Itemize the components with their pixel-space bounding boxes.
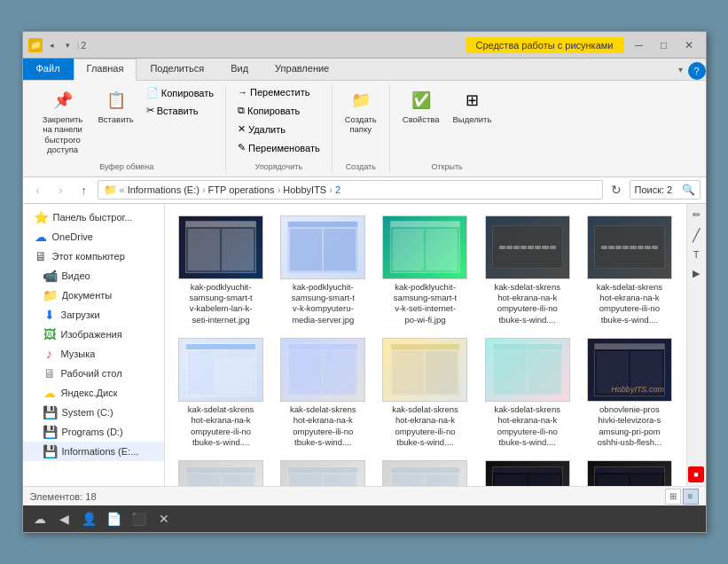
sidebar-item-images[interactable]: 🖼 Изображения — [23, 325, 164, 344]
refresh-button[interactable]: ↻ — [607, 180, 626, 200]
sidebar-item-docs[interactable]: 📁 Документы — [23, 286, 164, 305]
file-item[interactable]: kak-sdelat-skrenshot-ekrana-na-kompyuter… — [172, 333, 270, 452]
close-button[interactable]: ✕ — [677, 36, 701, 54]
onedrive-icon: ☁ — [34, 230, 48, 244]
record-button[interactable]: ■ — [688, 466, 704, 482]
up-button[interactable]: ↑ — [74, 180, 94, 200]
sidebar-item-programsd[interactable]: 💾 Programs (D:) — [23, 422, 164, 442]
file-item[interactable]: obnovlenie-pros — [478, 456, 576, 486]
ribbon-content: 📌 Закрепить на панелибыстрого доступа 📋 … — [23, 81, 706, 176]
copy-button[interactable]: 📄 Копировать — [142, 84, 218, 101]
search-value: Поиск: 2 — [635, 184, 682, 195]
cloud-button[interactable]: ☁ — [30, 509, 50, 529]
file-item[interactable]: kak-podklyuchit-samsung-smart-tv-k-kompy… — [274, 211, 372, 330]
qa-back-btn[interactable]: ◂ — [45, 38, 59, 52]
move-button[interactable]: → Переместить — [233, 84, 325, 100]
copy2-button[interactable]: ⧉ Копировать — [233, 102, 325, 119]
file-area[interactable]: kak-podklyuchit-samsung-smart-tv-kabelem… — [165, 204, 686, 486]
forward-button[interactable]: › — [51, 180, 71, 200]
file-item[interactable]: HobbyITS.com obnovlenie-proshivki-televi… — [580, 333, 678, 452]
file-thumbnail — [178, 460, 263, 486]
sidebar-item-thispc[interactable]: 🖥 Этот компьютер — [23, 247, 164, 266]
sidebar-item-informationse[interactable]: 💾 Informations (E:... — [23, 442, 164, 461]
sidebar-item-downloads[interactable]: ⬇ Загрузки — [23, 305, 164, 325]
expand-ribbon-btn[interactable]: ▾ — [677, 63, 685, 76]
file-label: kak-sdelat-skrenshot-ekrana-na-kompyuter… — [597, 282, 662, 325]
file-item[interactable]: kak-sdelat-skrenshot-ekrana-na-kompyuter… — [478, 211, 576, 330]
search-button[interactable]: 🔍 — [682, 184, 695, 196]
path-informations[interactable]: Informations (E:) — [128, 184, 200, 195]
play-button[interactable]: ▶ — [688, 266, 704, 282]
doc-button[interactable]: 📄 — [105, 509, 124, 529]
file-item[interactable]: obnovlenie-pros — [580, 456, 678, 486]
back-button[interactable]: ‹ — [28, 180, 48, 200]
pin-button[interactable]: 📌 Закрепить на панелибыстрого доступа — [35, 84, 90, 159]
desktop-icon: 🖥 — [43, 366, 57, 380]
properties-button[interactable]: ✅ Свойства — [397, 84, 445, 128]
minimize-button[interactable]: ─ — [628, 36, 651, 54]
yadisk-icon: ☁ — [43, 386, 57, 400]
explorer-window: 📁 ◂ ▾ | 2 Средства работы с рисунками ─ … — [22, 31, 707, 533]
close-bottom-button[interactable]: ✕ — [154, 509, 174, 529]
sidebar-label-quickaccess: Панель быстрог... — [53, 212, 133, 223]
sidebar-item-video[interactable]: 📹 Видео — [23, 266, 164, 286]
sidebar-item-desktop[interactable]: 🖥 Рабочий стол — [23, 364, 164, 383]
status-bar: Элементов: 18 ⊞ ≡ — [23, 486, 706, 505]
sidebar-item-systemc[interactable]: 💾 System (C:) — [23, 403, 164, 422]
file-item[interactable]: kak-sdelat-skrenshot-ekrana-na-kompyuter… — [580, 211, 678, 330]
file-label: kak-sdelat-skrenshot-ekrana-na-kompyuter… — [290, 404, 356, 448]
tab-home[interactable]: Главная — [74, 59, 137, 81]
paste-button[interactable]: 📋 Вставить — [93, 84, 139, 128]
text-button[interactable]: T — [688, 247, 704, 262]
file-item[interactable]: obnovlenie-pros — [172, 456, 270, 486]
video-icon: 📹 — [43, 269, 58, 283]
file-item[interactable]: kak-podklyuchit-samsung-smart-tv-k-seti-… — [376, 211, 474, 330]
sidebar-label-onedrive: OneDrive — [52, 231, 93, 242]
tab-share[interactable]: Поделиться — [137, 59, 217, 80]
select-button[interactable]: ⊞ Выделить — [448, 84, 497, 128]
path-ftp[interactable]: FTP operations — [208, 184, 275, 195]
file-item[interactable]: obnovlenie-pros — [376, 456, 474, 486]
sidebar-item-onedrive[interactable]: ☁ OneDrive — [23, 227, 164, 247]
file-item[interactable]: kak-podklyuchit-samsung-smart-tv-kabelem… — [172, 211, 270, 330]
screen-button[interactable]: ⬛ — [129, 509, 149, 529]
file-item[interactable]: kak-sdelat-skrenshot-ekrana-na-kompyuter… — [274, 333, 372, 452]
sidebar-item-music[interactable]: ♪ Музыка — [23, 344, 164, 364]
path-hobbyits[interactable]: HobbyITS — [283, 184, 326, 195]
address-path[interactable]: 📁 « Informations (E:) › FTP operations ›… — [98, 180, 603, 200]
sidebar-label-thispc: Этот компьютер — [52, 251, 125, 262]
sidebar-label-yadisk: Яндекс.Диск — [61, 388, 118, 398]
file-item[interactable]: kak-sdelat-skrenshot-ekrana-na-kompyuter… — [376, 333, 474, 452]
user-button[interactable]: 👤 — [80, 509, 99, 529]
sidebar-item-quickaccess[interactable]: ⭐ Панель быстрог... — [23, 208, 164, 227]
cut-button[interactable]: ✂ Вставить — [142, 102, 218, 119]
maximize-button[interactable]: □ — [653, 36, 676, 54]
share-button[interactable]: ◀ — [55, 509, 74, 529]
rename-button[interactable]: ✎ Переименовать — [233, 139, 325, 156]
sidebar-item-yadisk[interactable]: ☁ Яндекс.Диск — [23, 383, 164, 403]
draw-button[interactable]: ✏ — [688, 208, 704, 223]
ribbon-group-clipboard: 📌 Закрепить на панелибыстрого доступа 📋 … — [28, 84, 227, 173]
new-folder-button[interactable]: 📁 Создатьпапку — [340, 84, 382, 138]
delete-button[interactable]: ✕ Удалить — [233, 121, 325, 137]
file-thumbnail — [382, 460, 467, 486]
quick-access-toolbar: ◂ ▾ | 2 — [45, 38, 87, 52]
help-button[interactable]: ? — [688, 62, 706, 80]
list-view-button[interactable]: ≡ — [683, 489, 699, 505]
tab-view[interactable]: Вид — [217, 59, 262, 80]
tab-file[interactable]: Файл — [23, 59, 74, 80]
tab-manage[interactable]: Управление — [262, 59, 342, 80]
qa-dropdown-btn[interactable]: ▾ — [61, 38, 75, 52]
file-item[interactable]: kak-sdelat-skrenshot-ekrana-na-kompyuter… — [478, 333, 576, 452]
file-thumbnail — [382, 215, 467, 279]
informationse-icon: 💾 — [43, 444, 58, 458]
file-thumbnail — [178, 338, 263, 402]
sidebar-label-desktop: Рабочий стол — [61, 368, 122, 379]
right-panel: ✏ ╱ T ▶ ■ — [686, 204, 706, 486]
file-item[interactable]: obnovlenie-pros — [274, 456, 372, 486]
line-button[interactable]: ╱ — [688, 227, 704, 243]
path-current[interactable]: 2 — [335, 184, 341, 195]
file-thumbnail: HobbyITS.com — [587, 338, 672, 402]
qa-separator: | — [77, 40, 80, 51]
grid-view-button[interactable]: ⊞ — [665, 489, 681, 505]
